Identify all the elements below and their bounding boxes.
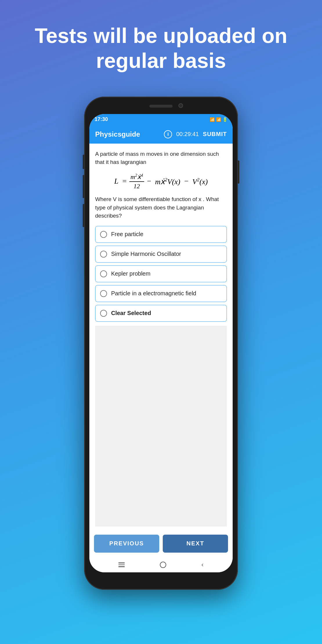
submit-button[interactable]: SUBMIT bbox=[203, 131, 227, 138]
radio-4[interactable] bbox=[100, 290, 107, 297]
status-bar: 17:30 📶 📶 🔋 bbox=[89, 114, 233, 125]
bottom-nav: PREVIOUS NEXT bbox=[89, 531, 233, 557]
formula-denominator: 12 bbox=[132, 182, 141, 190]
phone-device: 17:30 📶 📶 🔋 Physicsguide i 00:29:41 SUBM… bbox=[84, 97, 238, 590]
status-time: 17:30 bbox=[95, 116, 108, 122]
recents-icon[interactable] bbox=[118, 562, 125, 567]
phone-screen: 17:30 📶 📶 🔋 Physicsguide i 00:29:41 SUBM… bbox=[89, 114, 233, 572]
content-area: A particle of mass m moves in one dimens… bbox=[89, 144, 233, 531]
option-2-label: Simple Harmonic Oscillator bbox=[111, 251, 181, 257]
formula-term3: V2(x) bbox=[192, 177, 208, 186]
option-clear[interactable]: Clear Selected bbox=[95, 305, 227, 322]
question-intro: A particle of mass m moves in one dimens… bbox=[95, 150, 227, 167]
formula-minus2: − bbox=[184, 177, 189, 186]
volume-down-button bbox=[83, 175, 84, 198]
formula-numerator: m2ẋ4 bbox=[129, 173, 144, 182]
option-2[interactable]: Simple Harmonic Oscillator bbox=[95, 246, 227, 263]
signal-icon: 📶 bbox=[216, 117, 221, 122]
next-button[interactable]: NEXT bbox=[163, 535, 228, 553]
hero-text: Tests will be uploaded on regular basis bbox=[0, 23, 322, 73]
power-button bbox=[238, 160, 239, 184]
previous-button[interactable]: PREVIOUS bbox=[94, 535, 159, 553]
option-4-label: Particle in a electromagnetic field bbox=[111, 290, 196, 297]
android-nav-bar: ‹ bbox=[89, 557, 233, 572]
options-list: Free particle Simple Harmonic Oscillator… bbox=[95, 226, 227, 322]
volume-up-button bbox=[83, 155, 84, 169]
radio-clear[interactable] bbox=[100, 310, 107, 317]
formula-fraction: m2ẋ4 12 bbox=[129, 173, 144, 190]
formula-display: L = m2ẋ4 12 − mẋ2V(x) − V2(x) bbox=[95, 173, 227, 190]
formula-term2: mẋ2V(x) bbox=[155, 177, 180, 186]
info-icon[interactable]: i bbox=[164, 130, 172, 138]
app-bar: Physicsguide i 00:29:41 SUBMIT bbox=[89, 125, 233, 144]
formula-minus1: − bbox=[146, 177, 152, 186]
home-icon[interactable] bbox=[160, 562, 166, 568]
option-3[interactable]: Kepler problem bbox=[95, 265, 227, 282]
formula-equals: = bbox=[122, 177, 127, 186]
option-clear-label: Clear Selected bbox=[111, 310, 151, 316]
radio-2[interactable] bbox=[100, 251, 107, 258]
option-1-label: Free particle bbox=[111, 231, 143, 238]
radio-3[interactable] bbox=[100, 270, 107, 277]
option-3-label: Kepler problem bbox=[111, 270, 151, 277]
app-title: Physicsguide bbox=[95, 130, 140, 138]
radio-1[interactable] bbox=[100, 231, 107, 238]
app-bar-right: i 00:29:41 SUBMIT bbox=[164, 130, 227, 138]
battery-icon: 🔋 bbox=[222, 117, 227, 122]
question-subtext: Where V is some differentiable function … bbox=[95, 195, 227, 220]
timer-display: 00:29:41 bbox=[176, 131, 199, 138]
empty-space bbox=[95, 326, 227, 527]
option-1[interactable]: Free particle bbox=[95, 226, 227, 243]
option-4[interactable]: Particle in a electromagnetic field bbox=[95, 285, 227, 302]
back-icon[interactable]: ‹ bbox=[201, 562, 203, 568]
bixby-button bbox=[83, 204, 84, 227]
wifi-icon: 📶 bbox=[210, 117, 215, 122]
status-icons: 📶 📶 🔋 bbox=[210, 117, 227, 122]
phone-earpiece bbox=[149, 105, 173, 108]
phone-camera bbox=[178, 103, 183, 108]
formula-L: L bbox=[114, 177, 118, 186]
